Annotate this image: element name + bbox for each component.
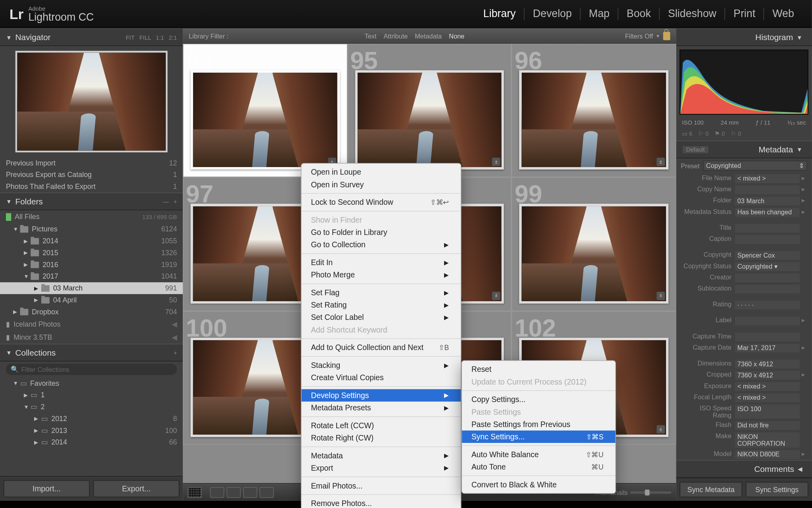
menu-item[interactable]: Set Color Label▶ xyxy=(301,311,461,323)
metadata-row[interactable]: ModelNIKON D800E▸ xyxy=(676,449,812,460)
metadata-row[interactable]: Cropped7360 x 4912▸ xyxy=(676,369,812,381)
grid-view-button[interactable] xyxy=(188,487,202,498)
menu-item[interactable]: Reset xyxy=(462,363,615,375)
metadata-row[interactable]: Label▸ xyxy=(676,316,812,327)
metadata-set-select[interactable]: Default xyxy=(682,145,709,154)
collection-item[interactable]: ▶▭20128 xyxy=(0,413,183,425)
module-develop[interactable]: Develop xyxy=(525,8,580,20)
metadata-row[interactable]: CopyrightSpencer Cox xyxy=(676,250,812,261)
metadata-row[interactable]: Exposure< mixed > xyxy=(676,381,812,392)
metadata-row[interactable]: Dimensions7360 x 4912 xyxy=(676,358,812,369)
metadata-row[interactable]: Title xyxy=(676,223,812,234)
nav-zoom-FILL[interactable]: FILL xyxy=(139,34,151,40)
menu-item[interactable]: Paste Settings from Previous xyxy=(462,418,615,431)
menu-item[interactable]: Create Virtual Copies xyxy=(301,371,461,384)
histogram[interactable] xyxy=(680,50,808,115)
navigator-header[interactable]: ▼ Navigator FITFILL1:12:1 xyxy=(0,28,183,46)
filter-tab-text[interactable]: Text xyxy=(364,32,376,39)
collection-item[interactable]: ▼▭2 xyxy=(0,401,183,413)
histogram-header[interactable]: Histogram ▼ xyxy=(676,28,812,46)
volume-row[interactable]: ▮Iceland Photos◀ xyxy=(0,318,183,331)
metadata-row[interactable]: Capture DateMar 17, 2017▸ xyxy=(676,343,812,354)
catalog-item[interactable]: Previous Export as Catalog1 xyxy=(0,169,183,181)
metadata-row[interactable]: File Name< mixed >▸ xyxy=(676,173,812,184)
navigator-preview[interactable] xyxy=(0,46,183,157)
filter-tab-none[interactable]: None xyxy=(449,32,464,39)
metadata-row[interactable]: ISO Speed RatingISO 100 xyxy=(676,403,812,420)
module-map[interactable]: Map xyxy=(580,8,618,20)
menu-item[interactable]: Edit In▶ xyxy=(301,256,461,269)
menu-item[interactable]: Open in Survey xyxy=(301,178,461,190)
menu-item[interactable]: Export▶ xyxy=(301,462,461,474)
loupe-view-button[interactable] xyxy=(210,487,224,498)
filter-icon[interactable]: — xyxy=(163,198,169,204)
metadata-row[interactable]: Caption xyxy=(676,234,812,245)
folder-item[interactable]: ▶20141055 xyxy=(0,235,183,247)
chevron-down-icon[interactable]: ▾ xyxy=(657,33,659,39)
menu-item[interactable]: Add to Quick Collection and Next⇧B xyxy=(301,341,461,354)
collections-header[interactable]: ▼ Collections + xyxy=(0,344,183,362)
metadata-row[interactable]: Creator xyxy=(676,272,812,283)
module-book[interactable]: Book xyxy=(619,8,660,20)
people-view-button[interactable] xyxy=(260,487,274,498)
survey-view-button[interactable] xyxy=(243,487,257,498)
add-icon[interactable]: + xyxy=(174,349,177,356)
menu-item[interactable]: Develop Settings▶ xyxy=(301,389,461,402)
folder-item[interactable]: ▼20171041 xyxy=(0,271,183,283)
menu-item[interactable]: Set Flag▶ xyxy=(301,287,461,299)
folder-item[interactable]: ▶20151326 xyxy=(0,247,183,259)
filters-off-toggle[interactable]: Filters Off xyxy=(625,32,653,39)
grid-cell[interactable]: 94± xyxy=(183,44,347,177)
collections-search[interactable]: 🔍 Filter Collections xyxy=(6,364,177,375)
metadata-row[interactable]: Copyright StatusCopyrighted ▾ xyxy=(676,261,812,272)
collection-item[interactable]: ▶▭2013100 xyxy=(0,425,183,437)
metadata-header[interactable]: Default Metadata ▼ xyxy=(676,140,812,158)
thumbnail-size-slider[interactable] xyxy=(630,491,671,493)
nav-zoom-2-1[interactable]: 2:1 xyxy=(169,34,177,40)
menu-item[interactable]: Go to Collection▶ xyxy=(301,239,461,251)
menu-item[interactable]: Lock to Second Window⇧⌘↩ xyxy=(301,196,461,208)
menu-item[interactable]: Copy Settings... xyxy=(462,393,615,406)
folder-item[interactable]: ▶Dropbox704 xyxy=(0,306,183,318)
metadata-row[interactable]: Metadata StatusHas been changed▸ xyxy=(676,207,812,218)
nav-zoom-1-1[interactable]: 1:1 xyxy=(156,34,164,40)
metadata-row[interactable]: Capture Time xyxy=(676,331,812,343)
menu-item[interactable]: Auto Tone⌘U xyxy=(462,461,615,473)
volume-row[interactable]: ▮Minor 3.5TB◀ xyxy=(0,331,183,344)
metadata-row[interactable]: Copy Name▸ xyxy=(676,184,812,195)
catalog-item[interactable]: Photos That Failed to Export1 xyxy=(0,181,183,192)
compare-view-button[interactable] xyxy=(226,487,241,498)
metadata-row[interactable]: MakeNIKON CORPORATION xyxy=(676,431,812,449)
filter-tab-attribute[interactable]: Attribute xyxy=(383,32,408,39)
comments-header[interactable]: Comments ◀ xyxy=(676,460,812,478)
volume-row[interactable]: All Files 133 / 699 GB xyxy=(0,210,183,223)
grid-cell[interactable]: 95± xyxy=(347,44,512,177)
metadata-preset-select[interactable]: Copyrighted⇕ xyxy=(703,161,807,171)
grid-cell[interactable]: 96± xyxy=(512,44,676,177)
collection-item[interactable]: ▶▭1 xyxy=(0,389,183,401)
nav-zoom-FIT[interactable]: FIT xyxy=(126,34,134,40)
menu-item[interactable]: Email Photos... xyxy=(301,479,461,492)
menu-item[interactable]: Rotate Right (CW) xyxy=(301,432,461,444)
sync-settings-button[interactable]: Sync Settings xyxy=(746,482,808,497)
collection-item[interactable]: ▼▭Favorites xyxy=(0,377,183,389)
menu-item[interactable]: Metadata▶ xyxy=(301,449,461,462)
collection-item[interactable]: ▶▭201466 xyxy=(0,437,183,448)
sync-metadata-button[interactable]: Sync Metadata xyxy=(680,482,742,497)
metadata-row[interactable]: Rating· · · · · xyxy=(676,299,812,310)
lock-icon[interactable] xyxy=(663,32,670,40)
filter-tab-metadata[interactable]: Metadata xyxy=(415,32,442,39)
module-print[interactable]: Print xyxy=(725,8,764,20)
menu-item[interactable]: Auto White Balance⇧⌘U xyxy=(462,448,615,460)
metadata-row[interactable]: Focal Length< mixed > xyxy=(676,392,812,403)
menu-item[interactable]: Remove Photos... xyxy=(301,497,461,508)
export-button[interactable]: Export... xyxy=(93,480,179,497)
menu-item[interactable]: Open in Loupe xyxy=(301,166,461,178)
folder-item[interactable]: ▼Pictures6124 xyxy=(0,223,183,235)
menu-item[interactable]: Rotate Left (CCW) xyxy=(301,419,461,431)
menu-item[interactable]: Sync Settings...⇧⌘S xyxy=(462,431,615,443)
module-slideshow[interactable]: Slideshow xyxy=(660,8,725,20)
metadata-row[interactable]: FlashDid not fire xyxy=(676,420,812,431)
menu-item[interactable]: Photo Merge▶ xyxy=(301,269,461,281)
metadata-row[interactable]: Folder03 March▸ xyxy=(676,196,812,207)
